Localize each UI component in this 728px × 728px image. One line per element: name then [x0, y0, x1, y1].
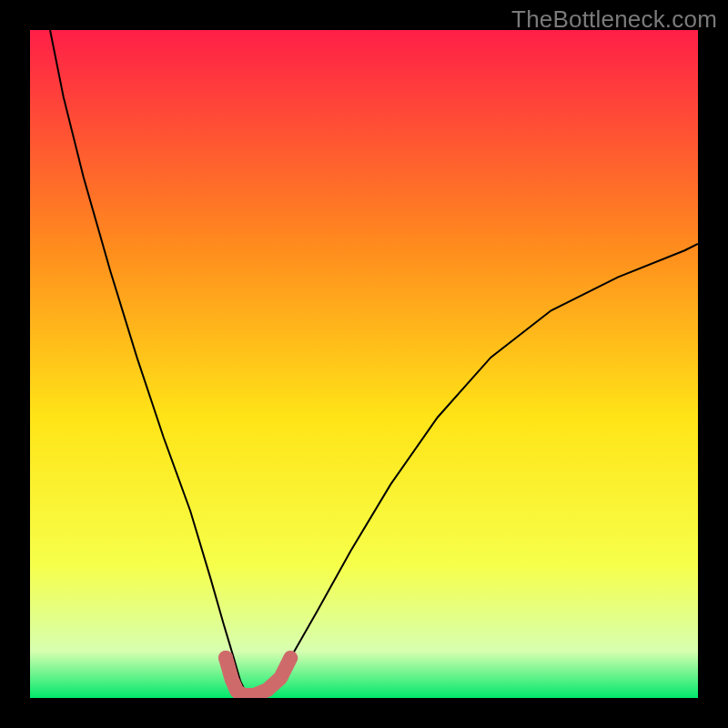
curve-layer	[30, 30, 698, 698]
optimal-zone-dot	[218, 651, 233, 665]
plot-area	[30, 30, 698, 698]
bottleneck-curve	[50, 30, 698, 694]
chart-frame: TheBottleneck.com	[0, 0, 728, 728]
